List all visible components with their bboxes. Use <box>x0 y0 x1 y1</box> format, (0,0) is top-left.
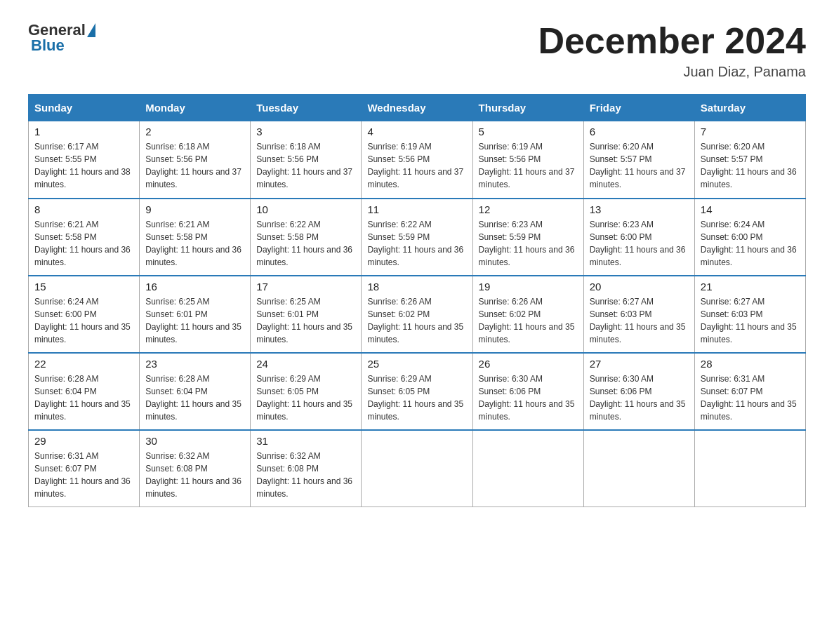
calendar-cell: 5Sunrise: 6:19 AMSunset: 5:56 PMDaylight… <box>472 121 583 199</box>
calendar-cell: 23Sunrise: 6:28 AMSunset: 6:04 PMDayligh… <box>140 353 251 430</box>
day-info: Sunrise: 6:22 AMSunset: 5:59 PMDaylight:… <box>367 218 466 269</box>
calendar-cell: 9Sunrise: 6:21 AMSunset: 5:58 PMDaylight… <box>140 199 251 276</box>
calendar-cell: 24Sunrise: 6:29 AMSunset: 6:05 PMDayligh… <box>251 353 362 430</box>
day-info: Sunrise: 6:26 AMSunset: 6:02 PMDaylight:… <box>479 295 578 346</box>
calendar-cell <box>694 430 805 507</box>
calendar-cell: 8Sunrise: 6:21 AMSunset: 5:58 PMDaylight… <box>29 199 140 276</box>
title-section: December 2024 Juan Diaz, Panama <box>538 21 806 80</box>
day-info: Sunrise: 6:26 AMSunset: 6:02 PMDaylight:… <box>367 295 466 346</box>
day-info: Sunrise: 6:27 AMSunset: 6:03 PMDaylight:… <box>701 295 800 346</box>
day-number: 21 <box>701 281 800 293</box>
col-header-monday: Monday <box>140 95 251 121</box>
day-number: 18 <box>367 281 466 293</box>
day-info: Sunrise: 6:17 AMSunset: 5:55 PMDaylight:… <box>34 140 133 191</box>
day-info: Sunrise: 6:31 AMSunset: 6:07 PMDaylight:… <box>34 450 133 500</box>
day-info: Sunrise: 6:20 AMSunset: 5:57 PMDaylight:… <box>701 140 800 191</box>
calendar-week-row: 15Sunrise: 6:24 AMSunset: 6:00 PMDayligh… <box>29 276 806 353</box>
day-info: Sunrise: 6:25 AMSunset: 6:01 PMDaylight:… <box>145 295 244 346</box>
day-info: Sunrise: 6:20 AMSunset: 5:57 PMDaylight:… <box>590 140 689 191</box>
day-number: 17 <box>256 281 355 293</box>
calendar-cell: 16Sunrise: 6:25 AMSunset: 6:01 PMDayligh… <box>140 276 251 353</box>
day-number: 1 <box>34 126 133 137</box>
day-number: 29 <box>34 435 133 447</box>
day-number: 6 <box>590 126 689 137</box>
day-number: 4 <box>367 126 466 137</box>
day-info: Sunrise: 6:19 AMSunset: 5:56 PMDaylight:… <box>367 140 466 191</box>
calendar-cell: 20Sunrise: 6:27 AMSunset: 6:03 PMDayligh… <box>583 276 694 353</box>
day-number: 25 <box>367 358 466 370</box>
calendar-cell: 3Sunrise: 6:18 AMSunset: 5:56 PMDaylight… <box>251 121 362 199</box>
day-info: Sunrise: 6:32 AMSunset: 6:08 PMDaylight:… <box>256 450 355 500</box>
calendar-cell: 27Sunrise: 6:30 AMSunset: 6:06 PMDayligh… <box>583 353 694 430</box>
day-number: 26 <box>479 358 578 370</box>
col-header-saturday: Saturday <box>694 95 805 121</box>
calendar-cell: 30Sunrise: 6:32 AMSunset: 6:08 PMDayligh… <box>140 430 251 507</box>
day-number: 23 <box>145 358 244 370</box>
calendar-cell: 6Sunrise: 6:20 AMSunset: 5:57 PMDaylight… <box>583 121 694 199</box>
calendar-cell <box>583 430 694 507</box>
calendar-cell: 17Sunrise: 6:25 AMSunset: 6:01 PMDayligh… <box>251 276 362 353</box>
day-number: 19 <box>479 281 578 293</box>
day-info: Sunrise: 6:18 AMSunset: 5:56 PMDaylight:… <box>145 140 244 191</box>
calendar-cell: 21Sunrise: 6:27 AMSunset: 6:03 PMDayligh… <box>694 276 805 353</box>
day-number: 12 <box>479 203 578 215</box>
day-number: 5 <box>479 126 578 137</box>
day-number: 24 <box>256 358 355 370</box>
day-info: Sunrise: 6:27 AMSunset: 6:03 PMDaylight:… <box>590 295 689 346</box>
calendar-cell: 31Sunrise: 6:32 AMSunset: 6:08 PMDayligh… <box>251 430 362 507</box>
day-number: 22 <box>34 358 133 370</box>
day-info: Sunrise: 6:23 AMSunset: 6:00 PMDaylight:… <box>590 218 689 269</box>
col-header-friday: Friday <box>583 95 694 121</box>
day-number: 8 <box>34 203 133 215</box>
day-info: Sunrise: 6:28 AMSunset: 6:04 PMDaylight:… <box>145 373 244 423</box>
calendar-cell: 26Sunrise: 6:30 AMSunset: 6:06 PMDayligh… <box>472 353 583 430</box>
day-info: Sunrise: 6:30 AMSunset: 6:06 PMDaylight:… <box>479 373 578 423</box>
calendar-header-row: SundayMondayTuesdayWednesdayThursdayFrid… <box>29 95 806 121</box>
day-info: Sunrise: 6:29 AMSunset: 6:05 PMDaylight:… <box>256 373 355 423</box>
day-number: 20 <box>590 281 689 293</box>
calendar-week-row: 29Sunrise: 6:31 AMSunset: 6:07 PMDayligh… <box>29 430 806 507</box>
day-number: 10 <box>256 203 355 215</box>
location-text: Juan Diaz, Panama <box>538 64 806 80</box>
day-info: Sunrise: 6:31 AMSunset: 6:07 PMDaylight:… <box>701 373 800 423</box>
calendar-cell: 2Sunrise: 6:18 AMSunset: 5:56 PMDaylight… <box>140 121 251 199</box>
col-header-thursday: Thursday <box>472 95 583 121</box>
day-number: 31 <box>256 435 355 447</box>
logo-blue-text: Blue <box>31 36 65 55</box>
day-number: 14 <box>701 203 800 215</box>
day-info: Sunrise: 6:24 AMSunset: 6:00 PMDaylight:… <box>34 295 133 346</box>
page-header: General Blue December 2024 Juan Diaz, Pa… <box>28 21 806 80</box>
day-number: 7 <box>701 126 800 137</box>
day-number: 3 <box>256 126 355 137</box>
calendar-cell: 13Sunrise: 6:23 AMSunset: 6:00 PMDayligh… <box>583 199 694 276</box>
day-info: Sunrise: 6:18 AMSunset: 5:56 PMDaylight:… <box>256 140 355 191</box>
day-info: Sunrise: 6:29 AMSunset: 6:05 PMDaylight:… <box>367 373 466 423</box>
day-number: 11 <box>367 203 466 215</box>
col-header-wednesday: Wednesday <box>362 95 472 121</box>
calendar-cell: 28Sunrise: 6:31 AMSunset: 6:07 PMDayligh… <box>694 353 805 430</box>
day-info: Sunrise: 6:28 AMSunset: 6:04 PMDaylight:… <box>34 373 133 423</box>
calendar-cell: 19Sunrise: 6:26 AMSunset: 6:02 PMDayligh… <box>472 276 583 353</box>
col-header-tuesday: Tuesday <box>251 95 362 121</box>
day-number: 2 <box>145 126 244 137</box>
month-title: December 2024 <box>538 21 806 61</box>
day-info: Sunrise: 6:25 AMSunset: 6:01 PMDaylight:… <box>256 295 355 346</box>
calendar-cell: 10Sunrise: 6:22 AMSunset: 5:58 PMDayligh… <box>251 199 362 276</box>
calendar-cell: 18Sunrise: 6:26 AMSunset: 6:02 PMDayligh… <box>362 276 472 353</box>
calendar-cell: 7Sunrise: 6:20 AMSunset: 5:57 PMDaylight… <box>694 121 805 199</box>
calendar-cell: 11Sunrise: 6:22 AMSunset: 5:59 PMDayligh… <box>362 199 472 276</box>
day-number: 27 <box>590 358 689 370</box>
calendar-cell <box>472 430 583 507</box>
calendar-table: SundayMondayTuesdayWednesdayThursdayFrid… <box>28 94 806 507</box>
calendar-cell: 14Sunrise: 6:24 AMSunset: 6:00 PMDayligh… <box>694 199 805 276</box>
calendar-cell: 15Sunrise: 6:24 AMSunset: 6:00 PMDayligh… <box>29 276 140 353</box>
day-info: Sunrise: 6:30 AMSunset: 6:06 PMDaylight:… <box>590 373 689 423</box>
calendar-cell: 4Sunrise: 6:19 AMSunset: 5:56 PMDaylight… <box>362 121 472 199</box>
logo-triangle-icon <box>87 23 95 37</box>
day-info: Sunrise: 6:21 AMSunset: 5:58 PMDaylight:… <box>34 218 133 269</box>
day-number: 9 <box>145 203 244 215</box>
day-number: 30 <box>145 435 244 447</box>
calendar-cell: 12Sunrise: 6:23 AMSunset: 5:59 PMDayligh… <box>472 199 583 276</box>
col-header-sunday: Sunday <box>29 95 140 121</box>
calendar-cell: 25Sunrise: 6:29 AMSunset: 6:05 PMDayligh… <box>362 353 472 430</box>
